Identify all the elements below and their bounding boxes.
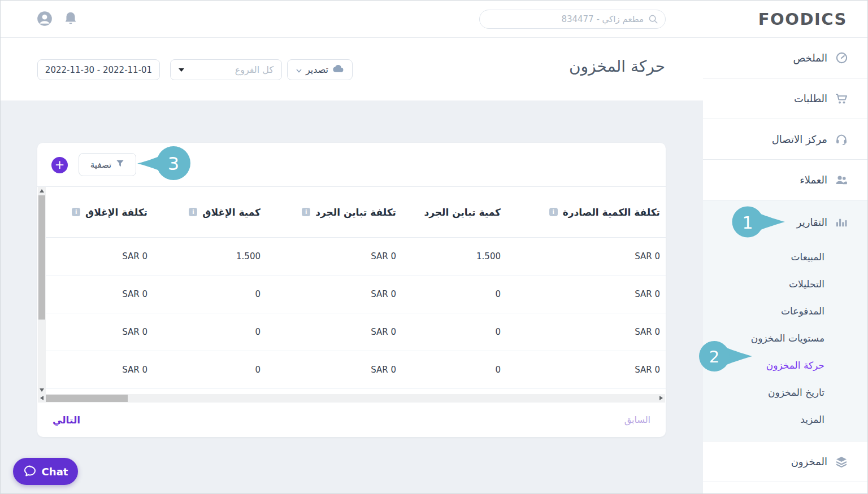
branches-select-value: كل الفروع (235, 64, 274, 75)
scroll-up-icon[interactable] (40, 189, 44, 193)
sidebar-item-label: الملخص (793, 52, 827, 64)
info-icon[interactable]: i (302, 208, 310, 216)
table-header-cell: تكلفة تباين الجرد i (266, 187, 402, 237)
filter-button-label: تصفية (90, 160, 111, 170)
sidebar-item-inventory-movement[interactable]: حركة المخزون (703, 352, 867, 379)
sidebar-section-reports: التقارير المبيعات التحليلات المدفوعات مس… (703, 200, 867, 441)
card-toolbar: + تصفية (37, 143, 666, 187)
search-input[interactable] (479, 10, 666, 29)
sidebar-item-label: الطلبات (794, 93, 827, 104)
notifications-bell-icon[interactable] (63, 11, 78, 29)
sidebar-item-call-center[interactable]: مركز الاتصال (703, 119, 867, 160)
sidebar-item-products[interactable]: قائمة المنتجات (703, 482, 867, 494)
sidebar-item-inventory-history[interactable]: تاريخ المخزون (703, 379, 867, 406)
topbar (1, 1, 703, 38)
customers-icon (835, 173, 848, 187)
cart-icon (835, 92, 848, 106)
sidebar-item-summary[interactable]: الملخص (703, 38, 867, 78)
reports-submenu: المبيعات التحليلات المدفوعات مستويات الم… (703, 243, 867, 433)
scroll-down-icon[interactable] (40, 388, 44, 392)
sidebar-item-analytics[interactable]: التحليلات (703, 270, 867, 298)
sidebar-item-orders[interactable]: الطلبات (703, 78, 867, 119)
inventory-movement-table: تكلفة الكمية الصادرة i كمية تباين الجرد … (46, 187, 666, 389)
chevron-down-icon (296, 64, 302, 75)
chat-button-label: Chat (42, 466, 68, 478)
account-search (479, 10, 666, 29)
sidebar: FOODICS الملخص الطلبات مركز الاتصال العم (702, 1, 867, 494)
gauge-icon (835, 51, 848, 65)
horizontal-scrollbar-thumb[interactable] (46, 395, 128, 402)
sidebar-item-label: مركز الاتصال (772, 133, 827, 145)
table-header-cell: تكلفة الإغلاق i (46, 187, 153, 237)
table-row: SAR 0 0 SAR 0 0 SAR 0 (46, 276, 666, 313)
user-avatar-icon[interactable] (37, 11, 53, 29)
table-row: SAR 0 1.500 SAR 0 1.500 SAR 0 (46, 238, 666, 276)
chat-button[interactable]: Chat (13, 458, 78, 485)
table-header-cell: كمية تباين الجرد (402, 187, 506, 237)
table-header-cell: تكلفة الكمية الصادرة i (506, 187, 666, 237)
scroll-left-icon[interactable] (40, 396, 44, 400)
horizontal-scrollbar[interactable] (38, 394, 665, 403)
layers-icon (835, 455, 848, 469)
previous-page-button[interactable]: السابق (624, 414, 650, 425)
branches-select[interactable]: كل الفروع (170, 59, 282, 80)
sidebar-item-reports[interactable]: التقارير (703, 200, 867, 243)
info-icon[interactable]: i (189, 208, 197, 216)
app-window: FOODICS الملخص الطلبات مركز الاتصال العم (0, 0, 868, 494)
add-button[interactable]: + (51, 157, 68, 173)
chat-bubble-icon (23, 464, 37, 479)
table-header-row: تكلفة الكمية الصادرة i كمية تباين الجرد … (46, 187, 666, 238)
sidebar-item-sales[interactable]: المبيعات (703, 243, 867, 270)
report-card: + تصفية تكلفة الكمية الصادرة i (37, 143, 666, 437)
next-page-button[interactable]: التالي (53, 414, 80, 426)
table-row: SAR 0 0 SAR 0 0 SAR 0 (46, 313, 666, 351)
info-icon[interactable]: i (72, 208, 80, 216)
chevron-down-icon (179, 68, 184, 72)
export-button-label: تصدير (306, 64, 328, 75)
date-range-picker[interactable]: 2022-11-30 - 2022-11-01 (37, 59, 160, 80)
sidebar-item-payments[interactable]: المدفوعات (703, 298, 867, 325)
filter-funnel-icon (116, 159, 124, 170)
sidebar-item-more[interactable]: المزيد (703, 406, 867, 433)
sidebar-item-inventory[interactable]: المخزون (703, 441, 867, 482)
headset-icon (835, 133, 848, 146)
sidebar-item-label: العملاء (800, 174, 827, 186)
foodics-logo: FOODICS (758, 10, 847, 29)
logo-row: FOODICS (703, 1, 867, 38)
table-header-cell: كمية الإغلاق i (153, 187, 266, 237)
main-area: حركة المخزون 2022-11-30 - 2022-11-01 كل … (1, 1, 703, 494)
content-area: + تصفية تكلفة الكمية الصادرة i (1, 100, 703, 494)
info-icon[interactable]: i (549, 208, 558, 216)
table-row: SAR 0 0 SAR 0 0 SAR 0 (46, 351, 666, 389)
cloud-icon (332, 64, 344, 75)
sidebar-item-label: المخزون (791, 456, 827, 467)
sidebar-item-customers[interactable]: العملاء (703, 160, 867, 200)
sidebar-item-inventory-levels[interactable]: مستويات المخزون (703, 325, 867, 352)
export-button[interactable]: تصدير (287, 59, 353, 80)
sidebar-item-label: التقارير (797, 216, 827, 228)
page-header: حركة المخزون 2022-11-30 - 2022-11-01 كل … (1, 38, 703, 100)
filter-button[interactable]: تصفية (79, 153, 136, 176)
bar-chart-icon (835, 215, 848, 229)
page-title: حركة المخزون (569, 57, 665, 76)
scroll-right-icon[interactable] (659, 396, 663, 400)
vertical-scrollbar[interactable] (38, 187, 46, 394)
vertical-scrollbar-thumb[interactable] (38, 195, 45, 320)
pagination: السابق التالي (38, 403, 665, 437)
